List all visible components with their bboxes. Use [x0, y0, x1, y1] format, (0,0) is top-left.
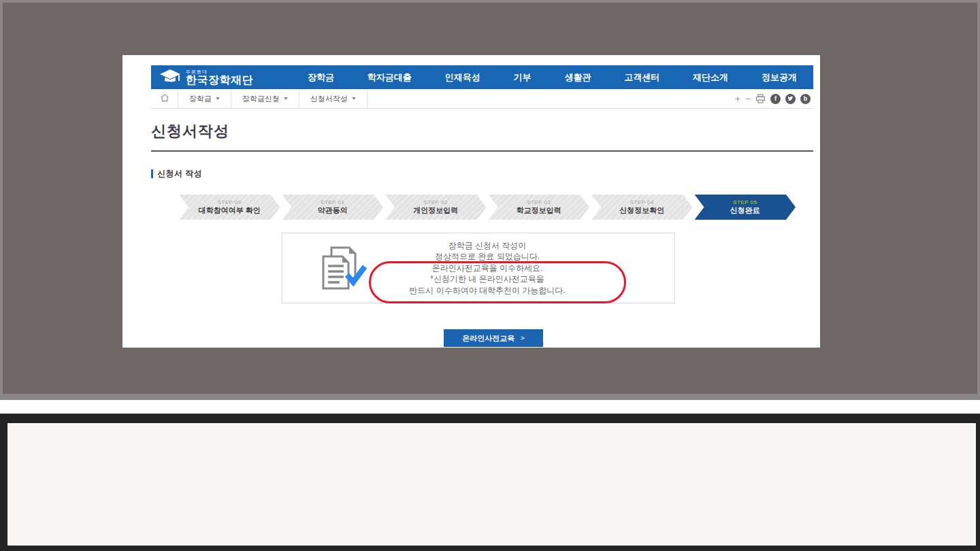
- step-number: STEP 05: [733, 199, 757, 206]
- message-line: *신청기한 내 온라인사전교육을: [365, 273, 610, 284]
- document-check-icon: [318, 244, 368, 297]
- logo-name: 한국장학재단: [186, 75, 253, 86]
- step-label: 학교정보입력: [517, 206, 561, 216]
- step-progress: STEP 00 대학참여여부 확인 STEP 01 약관동의 STEP 02 개…: [179, 195, 796, 220]
- completion-message-box: 장학금 신청서 작성이 정상적으로 완료 되었습니다. 온라인사전교육을 이수하…: [282, 233, 675, 303]
- chevron-down-icon: [284, 97, 288, 100]
- step-label: 약관동의: [318, 206, 348, 216]
- notes-section: [0, 414, 980, 551]
- step-number: STEP 01: [321, 199, 344, 206]
- step-label: 대학참여여부 확인: [199, 206, 261, 216]
- nav-item[interactable]: 장학금: [308, 71, 334, 84]
- step-arrow: STEP 01 약관동의: [282, 195, 384, 220]
- graduation-cap-icon: [159, 69, 182, 86]
- home-breadcrumb[interactable]: [151, 89, 178, 108]
- step-arrow: STEP 02 개인정보입력: [385, 195, 487, 220]
- section-title: 신청서 작성: [157, 168, 202, 180]
- step-number: STEP 02: [424, 199, 448, 206]
- step-arrow: STEP 05 신청완료: [695, 195, 796, 220]
- nav-item[interactable]: 인재육성: [445, 71, 480, 84]
- nav-item[interactable]: 학자금대출: [368, 71, 412, 84]
- breadcrumb-item[interactable]: 장학금신청: [231, 89, 299, 108]
- step-number: STEP 00: [218, 199, 242, 206]
- online-pre-education-label: 온라인사전교육: [462, 333, 514, 344]
- step-label: 개인정보입력: [413, 206, 458, 216]
- zoom-in-icon[interactable]: +: [735, 94, 740, 103]
- step-arrow: STEP 04 신청정보확인: [591, 195, 693, 220]
- logo-tagline: 푸른등대: [186, 69, 253, 74]
- breadcrumb-item-label: 장학금신청: [242, 94, 280, 104]
- nav-item[interactable]: 고객센터: [624, 71, 659, 84]
- site-logo[interactable]: 푸른등대 한국장학재단: [159, 65, 253, 89]
- main-nav: 장학금 학자금대출 인재육성 기부 생활관 고객센터 재단소개 정보공개: [308, 65, 797, 89]
- chevron-down-icon: [352, 97, 356, 100]
- step-label: 신청정보확인: [619, 206, 664, 216]
- zoom-out-icon[interactable]: −: [745, 94, 751, 103]
- title-divider: [151, 150, 813, 152]
- nav-item[interactable]: 정보공개: [762, 71, 797, 84]
- step-arrow: STEP 00 대학참여여부 확인: [179, 195, 280, 220]
- step-number: STEP 03: [527, 199, 551, 206]
- chevron-down-icon: [216, 97, 220, 100]
- nav-item[interactable]: 기부: [514, 71, 532, 84]
- twitter-icon[interactable]: [785, 94, 796, 104]
- step-number: STEP 04: [630, 199, 654, 206]
- nav-item[interactable]: 생활관: [564, 71, 591, 84]
- message-line: 장학금 신청서 작성이: [365, 240, 610, 251]
- message-line: 정상적으로 완료 되었습니다.: [365, 251, 610, 262]
- slide-background: 푸른등대 한국장학재단 장학금 학자금대출 인재육성 기부 생활관 고객센터: [0, 0, 980, 400]
- site-header: 푸른등대 한국장학재단 장학금 학자금대출 인재육성 기부 생활관 고객센터: [151, 65, 813, 89]
- notes-panel: [7, 423, 976, 546]
- section-accent-bar: [151, 169, 153, 178]
- breadcrumb-items: 장학금 장학금신청 신청서작성: [178, 89, 368, 108]
- step-arrow: STEP 03 학교정보입력: [489, 195, 590, 220]
- section-heading: 신청서 작성: [151, 168, 202, 180]
- breadcrumb-item-label: 장학금: [189, 94, 212, 104]
- breadcrumb-item-label: 신청서작성: [310, 94, 348, 104]
- page-title: 신청서작성: [151, 121, 229, 141]
- breadcrumb: 장학금 장학금신청 신청서작성 + −: [151, 89, 813, 109]
- facebook-icon[interactable]: f: [770, 94, 781, 104]
- breadcrumb-item[interactable]: 장학금: [178, 89, 231, 108]
- arrow-right-icon: >: [521, 335, 524, 341]
- message-line: 온라인사전교육을 이수하세요.: [365, 263, 610, 273]
- step-label: 신청완료: [730, 206, 760, 216]
- website-screenshot: 푸른등대 한국장학재단 장학금 학자금대출 인재육성 기부 생활관 고객센터: [122, 55, 820, 348]
- breadcrumb-toolbar: + − f b: [735, 89, 813, 108]
- nav-item[interactable]: 재단소개: [693, 71, 728, 84]
- message-line: 반드시 이수하여야 대학추천이 가능합니다.: [365, 285, 610, 296]
- completion-message: 장학금 신청서 작성이 정상적으로 완료 되었습니다. 온라인사전교육을 이수하…: [365, 240, 610, 296]
- site-logo-text: 푸른등대 한국장학재단: [186, 69, 253, 86]
- blog-icon[interactable]: b: [800, 94, 811, 104]
- online-pre-education-button[interactable]: 온라인사전교육 >: [444, 329, 543, 347]
- breadcrumb-item[interactable]: 신청서작성: [299, 89, 368, 108]
- home-icon: [160, 93, 169, 105]
- printer-icon[interactable]: [755, 94, 766, 103]
